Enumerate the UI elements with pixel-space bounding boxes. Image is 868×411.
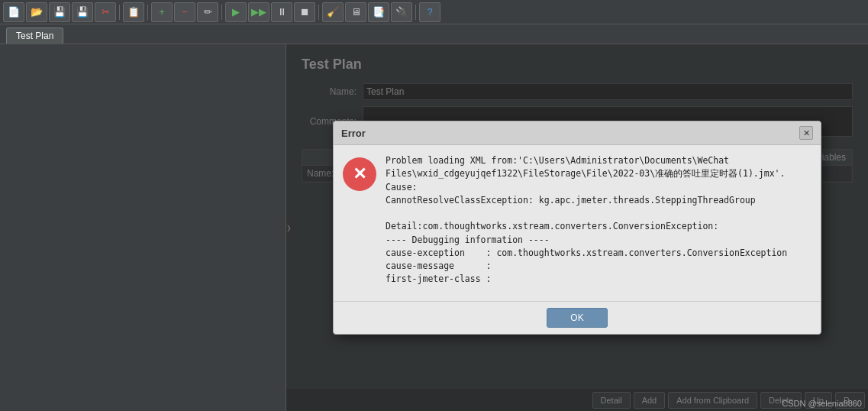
toolbar-sep-1 (119, 5, 120, 20)
dialog-footer: OK (334, 301, 821, 334)
toolbar-btn-pause[interactable]: ⏸ (271, 2, 292, 22)
toolbar-btn-help[interactable]: ? (419, 2, 440, 22)
dialog-text-area[interactable]: Problem loading XML from:'C:\Users\Admin… (386, 154, 812, 292)
toolbar-btn-new[interactable]: 📄 (3, 2, 24, 22)
toolbar-btn-plugins[interactable]: 🔌 (391, 2, 412, 22)
toolbar-btn-remove[interactable]: − (174, 2, 195, 22)
tab-test-plan[interactable]: Test Plan (6, 28, 63, 44)
dialog-ok-button[interactable]: OK (547, 308, 608, 328)
dialog-title: Error (341, 128, 366, 139)
toolbar-btn-cut[interactable]: ✂ (95, 2, 116, 22)
dialog-body: ✕ Problem loading XML from:'C:\Users\Adm… (334, 145, 821, 301)
toolbar-btn-toggle[interactable]: ✏ (197, 2, 218, 22)
toolbar-sep-5 (415, 5, 416, 20)
toolbar-btn-save-all[interactable]: 💾 (49, 2, 70, 22)
dialog-overlay: Error ✕ ✕ Problem loading XML from:'C:\U… (286, 44, 868, 411)
toolbar-btn-copy[interactable]: 📋 (123, 2, 144, 22)
content-area: Test Plan Name: Comments: User Defined V… (286, 44, 868, 411)
tab-bar: Test Plan (0, 24, 868, 44)
toolbar-btn-stop[interactable]: ⏹ (294, 2, 315, 22)
toolbar-btn-remote[interactable]: 🖥 (345, 2, 366, 22)
main-layout: ❯ Test Plan Name: Comments: User Defined… (0, 44, 868, 411)
toolbar-btn-templates[interactable]: 📑 (368, 2, 389, 22)
error-x-icon: ✕ (353, 164, 366, 184)
toolbar-sep-2 (147, 5, 148, 20)
error-dialog: Error ✕ ✕ Problem loading XML from:'C:\U… (333, 121, 821, 335)
sidebar: ❯ (0, 44, 286, 411)
toolbar-sep-3 (221, 5, 222, 20)
toolbar-btn-run[interactable]: ▶ (225, 2, 247, 22)
dialog-titlebar: Error ✕ (334, 121, 821, 145)
toolbar-btn-add[interactable]: + (151, 2, 173, 22)
tab-test-plan-label: Test Plan (16, 31, 53, 41)
main-toolbar: 📄 📂 💾 💾 ✂ 📋 + − ✏ ▶ ▶▶ ⏸ ⏹ 🧹 🖥 📑 🔌 ? (0, 0, 868, 24)
error-icon: ✕ (343, 157, 376, 191)
toolbar-sep-4 (318, 5, 319, 20)
watermark: CSDN @selenia8860 (782, 399, 862, 408)
dialog-message: Problem loading XML from:'C:\Users\Admin… (386, 154, 812, 286)
toolbar-btn-run-all[interactable]: ▶▶ (248, 2, 269, 22)
dialog-close-button[interactable]: ✕ (799, 126, 813, 140)
toolbar-btn-save[interactable]: 💾 (72, 2, 93, 22)
toolbar-btn-open[interactable]: 📂 (26, 2, 47, 22)
toolbar-btn-clear[interactable]: 🧹 (322, 2, 344, 22)
